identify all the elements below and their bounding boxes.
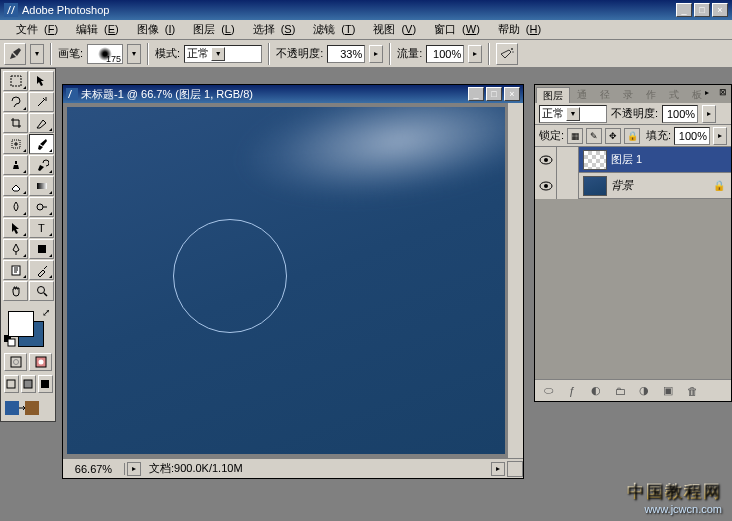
screen-full-button[interactable] [38, 375, 53, 393]
new-group-button[interactable]: 🗀 [611, 383, 629, 399]
menu-view[interactable]: 视图(V) [361, 20, 422, 39]
swap-colors-icon[interactable]: ⤢ [42, 307, 50, 318]
fill-input[interactable]: 100% [674, 127, 710, 145]
layer-thumbnail[interactable] [583, 176, 607, 196]
menu-image[interactable]: 图像(I) [125, 20, 181, 39]
flow-input[interactable]: 100% [426, 45, 464, 63]
blur-tool[interactable] [3, 197, 28, 217]
layer-opacity-slider[interactable]: ▸ [702, 105, 716, 123]
maximize-button[interactable]: □ [694, 3, 710, 17]
lock-transparency-button[interactable]: ▦ [567, 128, 583, 144]
brush-tool[interactable] [29, 134, 54, 154]
zoom-field[interactable]: 66.67% [63, 463, 125, 475]
menu-file[interactable]: 文件(F) [4, 20, 64, 39]
scroll-left-button[interactable] [507, 461, 523, 477]
opacity-slider-toggle[interactable]: ▸ [369, 45, 383, 63]
lock-pixels-button[interactable]: ✎ [586, 128, 602, 144]
history-brush-tool[interactable] [29, 155, 54, 175]
menu-filter[interactable]: 滤镜(T) [301, 20, 361, 39]
visibility-toggle[interactable] [535, 173, 557, 199]
panel-menu-button[interactable]: ▸ [705, 88, 715, 98]
layer-name[interactable]: 图层 1 [611, 152, 642, 167]
opacity-input[interactable]: 33% [327, 45, 365, 63]
app-icon [4, 3, 18, 17]
menu-help[interactable]: 帮助(H) [486, 20, 547, 39]
current-tool-icon[interactable] [4, 43, 26, 65]
tab-paths[interactable]: 径 [594, 87, 616, 103]
status-menu-button[interactable]: ▸ [491, 462, 505, 476]
quickmask-mode-button[interactable] [29, 353, 52, 371]
layer-row[interactable]: 图层 1 [535, 147, 731, 173]
shape-tool[interactable] [29, 239, 54, 259]
eraser-tool[interactable] [3, 176, 28, 196]
standard-mode-button[interactable] [4, 353, 27, 371]
layer-style-button[interactable]: ƒ [563, 383, 581, 399]
layer-opacity-input[interactable]: 100% [662, 105, 698, 123]
pen-tool[interactable] [3, 239, 28, 259]
lock-label: 锁定: [539, 128, 564, 143]
vertical-scrollbar[interactable] [507, 103, 523, 458]
healing-brush-tool[interactable] [3, 134, 28, 154]
tab-channels[interactable]: 通 [571, 87, 593, 103]
doc-close-button[interactable]: × [504, 87, 520, 101]
crop-tool[interactable] [3, 113, 28, 133]
hand-tool[interactable] [3, 281, 28, 301]
link-cell[interactable] [557, 147, 579, 173]
svg-point-13 [13, 360, 18, 365]
layer-mask-button[interactable]: ◐ [587, 383, 605, 399]
lock-all-button[interactable]: 🔒 [624, 128, 640, 144]
adjustment-layer-button[interactable]: ◑ [635, 383, 653, 399]
delete-layer-button[interactable]: 🗑 [683, 383, 701, 399]
tab-history[interactable]: 录 [617, 87, 639, 103]
marquee-tool[interactable] [3, 71, 28, 91]
slice-tool[interactable] [29, 113, 54, 133]
menu-layer[interactable]: 图层(L) [181, 20, 240, 39]
move-tool[interactable] [29, 71, 54, 91]
doc-maximize-button[interactable]: □ [486, 87, 502, 101]
menu-window[interactable]: 窗口(W) [422, 20, 486, 39]
tool-preset-dropdown[interactable]: ▾ [30, 44, 44, 64]
document-title: 未标题-1 @ 66.7% (图层 1, RGB/8) [81, 87, 253, 102]
menu-select[interactable]: 选择(S) [241, 20, 302, 39]
layer-blend-select[interactable]: 正常 ▼ [539, 105, 607, 123]
gradient-tool[interactable] [29, 176, 54, 196]
canvas[interactable] [67, 107, 505, 454]
dodge-tool[interactable] [29, 197, 54, 217]
panel-close-button[interactable]: ⊠ [717, 86, 729, 98]
jump-to-imageready[interactable] [1, 395, 55, 421]
magic-wand-tool[interactable] [29, 92, 54, 112]
airbrush-toggle[interactable] [496, 43, 518, 65]
screen-standard-button[interactable] [4, 375, 19, 393]
new-layer-button[interactable]: ▣ [659, 383, 677, 399]
layer-name[interactable]: 背景 [611, 178, 633, 193]
link-layers-button[interactable]: ⬭ [539, 383, 557, 399]
path-select-tool[interactable] [3, 218, 28, 238]
clone-stamp-tool[interactable] [3, 155, 28, 175]
screen-menubar-button[interactable] [21, 375, 36, 393]
notes-tool[interactable] [3, 260, 28, 280]
close-button[interactable]: × [712, 3, 728, 17]
lock-position-button[interactable]: ✥ [605, 128, 621, 144]
zoom-tool[interactable] [29, 281, 54, 301]
visibility-toggle[interactable] [535, 147, 557, 173]
menu-edit[interactable]: 编辑(E) [64, 20, 125, 39]
flow-slider-toggle[interactable]: ▸ [468, 45, 482, 63]
brush-preview[interactable]: 175 [87, 44, 123, 64]
link-cell[interactable] [557, 173, 579, 199]
layer-row[interactable]: 背景 🔒 [535, 173, 731, 199]
doc-minimize-button[interactable]: _ [468, 87, 484, 101]
tab-styles[interactable]: 式 [663, 87, 685, 103]
type-tool[interactable]: T [29, 218, 54, 238]
brush-dropdown[interactable]: ▾ [127, 44, 141, 64]
status-popup-button[interactable]: ▸ [127, 462, 141, 476]
tab-actions[interactable]: 作 [640, 87, 662, 103]
layer-thumbnail[interactable] [583, 150, 607, 170]
blend-mode-select[interactable]: 正常 ▼ [184, 45, 262, 63]
eyedropper-tool[interactable] [29, 260, 54, 280]
document-titlebar[interactable]: 未标题-1 @ 66.7% (图层 1, RGB/8) _ □ × [63, 85, 523, 103]
fill-slider[interactable]: ▸ [713, 127, 727, 145]
minimize-button[interactable]: _ [676, 3, 692, 17]
foreground-color[interactable] [8, 311, 34, 337]
lasso-tool[interactable] [3, 92, 28, 112]
tab-layers[interactable]: 图层 [536, 87, 570, 103]
